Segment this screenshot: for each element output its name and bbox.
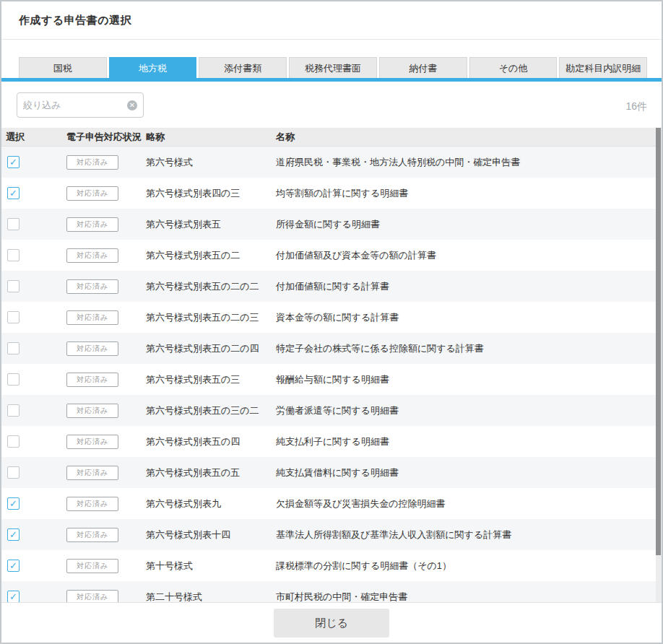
filter-box[interactable]: ✕ [17, 92, 144, 118]
checkbox-checked[interactable]: ✓ [7, 591, 20, 602]
clear-filter-icon[interactable]: ✕ [127, 100, 137, 110]
status-cell: 対応済み [66, 155, 146, 170]
table-row: ✓対応済み第六号様式別表四の三均等割額の計算に関する明細書 [1, 178, 662, 209]
status-badge: 対応済み [66, 279, 118, 294]
table-body: ✓対応済み第六号様式道府県民税・事業税・地方法人特別税の中間・確定申告書✓対応済… [1, 147, 662, 602]
select-cell: ✓ [1, 404, 66, 417]
abbr-cell: 第六号様式別表五の三の二 [146, 404, 276, 417]
name-cell: 純支払利子に関する明細書 [276, 435, 662, 448]
abbr-cell: 第十号様式 [146, 560, 276, 573]
select-cell: ✓ [1, 342, 66, 354]
select-cell: ✓ [1, 373, 66, 386]
select-cell: ✓ [1, 249, 66, 261]
abbr-cell: 第六号様式別表五の二の三 [146, 311, 276, 324]
abbr-cell: 第六号様式別表五の二の四 [146, 342, 276, 355]
checkbox-unchecked[interactable]: ✓ [7, 280, 20, 292]
abbr-cell: 第六号様式別表五の三 [146, 373, 276, 386]
abbr-cell: 第六号様式別表五の五 [146, 466, 276, 479]
select-cell: ✓ [1, 591, 66, 602]
header-abbr: 略称 [146, 131, 276, 144]
name-cell: 付加価値額に関する計算書 [276, 280, 662, 293]
select-cell: ✓ [1, 435, 66, 448]
tab-1[interactable]: 地方税 [109, 57, 197, 78]
select-cell: ✓ [1, 497, 66, 510]
name-cell: 報酬給与額に関する明細書 [276, 373, 662, 386]
status-cell: 対応済み [66, 497, 146, 511]
checkbox-unchecked[interactable]: ✓ [7, 435, 20, 448]
checkbox-checked[interactable]: ✓ [7, 528, 20, 541]
status-badge: 対応済み [66, 590, 118, 603]
status-cell: 対応済み [66, 559, 146, 573]
status-cell: 対応済み [66, 435, 146, 449]
status-badge: 対応済み [66, 497, 118, 511]
abbr-cell: 第六号様式別表五の二 [146, 249, 276, 262]
status-badge: 対応済み [66, 559, 118, 573]
select-cell: ✓ [1, 187, 66, 199]
name-cell: 課税標準の分割に関する明細書（その1） [276, 560, 662, 573]
tab-5[interactable]: その他 [469, 57, 558, 78]
page-title: 作成する申告書の選択 [19, 14, 644, 27]
name-cell: 労働者派遣等に関する明細書 [276, 404, 662, 417]
header-select: 選択 [1, 131, 66, 144]
tab-6[interactable]: 勘定科目内訳明細 [559, 57, 647, 78]
status-cell: 対応済み [66, 248, 146, 263]
checkbox-checked[interactable]: ✓ [7, 497, 20, 510]
status-badge: 対応済み [66, 186, 118, 201]
select-cell: ✓ [1, 528, 66, 541]
status-cell: 対応済み [66, 310, 146, 325]
checkbox-unchecked[interactable]: ✓ [7, 218, 20, 230]
checkbox-unchecked[interactable]: ✓ [7, 342, 20, 354]
name-cell: 欠損金額等及び災害損失金の控除明細書 [276, 497, 662, 510]
close-button[interactable]: 閉じる [274, 609, 389, 638]
status-cell: 対応済み [66, 466, 146, 480]
checkbox-unchecked[interactable]: ✓ [7, 466, 20, 479]
abbr-cell: 第二十号様式 [146, 591, 276, 603]
tab-strip: 国税地方税添付書類税務代理書面納付書その他勘定科目内訳明細 [1, 57, 662, 82]
name-cell: 均等割額の計算に関する明細書 [276, 187, 662, 200]
scrollbar-thumb[interactable] [656, 128, 661, 555]
footer-bar: 閉じる [1, 602, 662, 643]
table-row: ✓対応済み第十号様式課税標準の分割に関する明細書（その1） [1, 550, 662, 581]
select-cell: ✓ [1, 218, 66, 230]
abbr-cell: 第六号様式別表五 [146, 218, 276, 231]
select-cell: ✓ [1, 560, 66, 572]
tab-3[interactable]: 税務代理書面 [289, 57, 377, 78]
vertical-scrollbar[interactable] [656, 128, 662, 602]
abbr-cell: 第六号様式別表九 [146, 497, 276, 510]
abbr-cell: 第六号様式別表十四 [146, 528, 276, 541]
checkbox-unchecked[interactable]: ✓ [7, 404, 20, 417]
table-row: ✓対応済み第六号様式別表五の二の三資本金等の額に関する計算書 [1, 302, 662, 333]
status-badge: 対応済み [66, 155, 118, 170]
table-row: ✓対応済み第六号様式道府県民税・事業税・地方法人特別税の中間・確定申告書 [1, 147, 662, 178]
table-row: ✓対応済み第二十号様式市町村民税の中間・確定申告書 [1, 581, 662, 602]
dialog-select-tax-forms: 作成する申告書の選択 国税地方税添付書類税務代理書面納付書その他勘定科目内訳明細… [0, 0, 663, 644]
header-name: 名称 [276, 131, 662, 144]
name-cell: 資本金等の額に関する計算書 [276, 311, 662, 324]
table-row: ✓対応済み第六号様式別表五の二の四特定子会社の株式等に係る控除額に関する計算書 [1, 333, 662, 364]
abbr-cell: 第六号様式別表五の二の二 [146, 280, 276, 293]
name-cell: 市町村民税の中間・確定申告書 [276, 591, 662, 603]
checkbox-checked[interactable]: ✓ [7, 156, 20, 168]
select-cell: ✓ [1, 311, 66, 323]
filter-input[interactable] [23, 100, 127, 110]
tab-2[interactable]: 添付書類 [199, 57, 287, 78]
name-cell: 純支払賃借料に関する明細書 [276, 466, 662, 479]
status-cell: 対応済み [66, 186, 146, 201]
select-cell: ✓ [1, 466, 66, 479]
checkbox-unchecked[interactable]: ✓ [7, 373, 20, 386]
status-cell: 対応済み [66, 279, 146, 294]
checkbox-unchecked[interactable]: ✓ [7, 249, 20, 261]
tab-4[interactable]: 納付書 [379, 57, 467, 78]
table-row: ✓対応済み第六号様式別表九欠損金額等及び災害損失金の控除明細書 [1, 488, 662, 519]
checkbox-checked[interactable]: ✓ [7, 187, 20, 199]
table-row: ✓対応済み第六号様式別表五の二付加価値額及び資本金等の額の計算書 [1, 240, 662, 271]
checkbox-checked[interactable]: ✓ [7, 560, 20, 572]
status-badge: 対応済み [66, 341, 118, 356]
status-cell: 対応済み [66, 404, 146, 418]
name-cell: 基準法人所得割額及び基準法人収入割額に関する計算書 [276, 528, 662, 541]
checkbox-unchecked[interactable]: ✓ [7, 311, 20, 323]
tab-0[interactable]: 国税 [19, 57, 107, 78]
status-cell: 対応済み [66, 373, 146, 387]
table-row: ✓対応済み第六号様式別表五所得金額に関する明細書 [1, 209, 662, 240]
status-cell: 対応済み [66, 528, 146, 542]
